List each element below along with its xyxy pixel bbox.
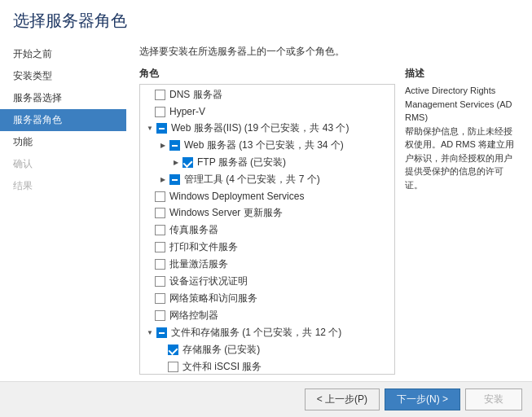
role-item-storage-svc[interactable]: 存储服务 (已安装) — [140, 341, 394, 358]
sidebar-item-install-type[interactable]: 安装类型 — [0, 65, 126, 87]
expand-icon-web-server[interactable]: ▶ — [158, 141, 168, 151]
checkbox-network-ctrl[interactable] — [155, 310, 165, 321]
role-label-dns: DNS 服务器 — [169, 88, 222, 102]
roles-list-container[interactable]: DNS 服务器Hyper-V▼Web 服务器(IIS) (19 个已安装，共 4… — [139, 84, 395, 375]
prev-button[interactable]: < 上一步(P) — [305, 388, 380, 410]
title-bar: 选择服务器角色 — [0, 0, 532, 37]
page-title: 选择服务器角色 — [13, 10, 519, 32]
role-item-fax[interactable]: 传真服务器 — [140, 222, 394, 239]
role-label-network-policy: 网络策略和访问服务 — [169, 292, 257, 305]
role-label-bulk-activate: 批量激活服务 — [169, 257, 228, 271]
sidebar-item-feature[interactable]: 功能 — [0, 131, 126, 153]
role-item-print-doc[interactable]: 打印和文件服务 — [140, 239, 394, 256]
role-item-iis[interactable]: ▼Web 服务器(IIS) (19 个已安装，共 43 个) — [140, 120, 394, 137]
roles-section: 角色 DNS 服务器Hyper-V▼Web 服务器(IIS) (19 个已安装，… — [139, 67, 395, 375]
role-label-print-doc: 打印和文件服务 — [169, 240, 238, 254]
expand-icon-ftp-server[interactable]: ▶ — [171, 158, 181, 168]
footer: < 上一步(P) 下一步(N) > 安装 — [0, 381, 532, 417]
role-label-file-storage: 文件和存储服务 (1 个已安装，共 12 个) — [171, 326, 341, 340]
checkbox-web-server[interactable] — [169, 140, 180, 151]
checkbox-mgmt-tools[interactable] — [169, 174, 180, 185]
checkbox-network-policy[interactable] — [155, 293, 165, 304]
checkbox-dns[interactable] — [155, 90, 165, 100]
role-item-mgmt-tools[interactable]: ▶管理工具 (4 个已安装，共 7 个) — [140, 171, 394, 188]
role-label-hyperv: Hyper-V — [169, 106, 205, 117]
expand-icon-iis[interactable]: ▼ — [145, 124, 155, 134]
role-item-file-iscsi[interactable]: 文件和 iSCSI 服务 — [140, 358, 394, 375]
window: 选择服务器角色 开始之前安装类型服务器选择服务器角色功能确认结果 选择要安装在所… — [0, 0, 532, 417]
role-item-device-health[interactable]: 设备运行状况证明 — [140, 273, 394, 290]
role-item-network-ctrl[interactable]: 网络控制器 — [140, 307, 394, 324]
sidebar-item-server-role[interactable]: 服务器角色 — [0, 109, 126, 131]
main-content: 开始之前安装类型服务器选择服务器角色功能确认结果 选择要安装在所选服务器上的一个… — [0, 37, 532, 375]
roles-header: 角色 — [139, 67, 395, 81]
description-header: 描述 — [405, 67, 519, 81]
role-item-dns[interactable]: DNS 服务器 — [140, 86, 394, 103]
sidebar-item-server-select[interactable]: 服务器选择 — [0, 87, 126, 109]
role-label-mgmt-tools: 管理工具 (4 个已安装，共 7 个) — [184, 173, 320, 187]
install-button[interactable]: 安装 — [465, 388, 522, 410]
role-label-iis: Web 服务器(IIS) (19 个已安装，共 43 个) — [171, 121, 349, 135]
role-item-file-storage[interactable]: ▼文件和存储服务 (1 个已安装，共 12 个) — [140, 324, 394, 341]
role-label-wds: Windows Deployment Services — [169, 191, 304, 202]
role-item-hyperv[interactable]: Hyper-V — [140, 103, 394, 120]
next-button[interactable]: 下一步(N) > — [385, 388, 460, 410]
role-label-wsus: Windows Server 更新服务 — [169, 206, 283, 220]
checkbox-ftp-server[interactable] — [182, 157, 193, 168]
checkbox-bulk-activate[interactable] — [155, 259, 165, 270]
role-item-network-policy[interactable]: 网络策略和访问服务 — [140, 290, 394, 307]
expand-icon-file-storage[interactable]: ▼ — [145, 328, 155, 338]
checkbox-fax[interactable] — [155, 225, 165, 235]
content-area: 选择要安装在所选服务器上的一个或多个角色。 角色 DNS 服务器Hyper-V▼… — [126, 37, 532, 375]
role-item-wds[interactable]: Windows Deployment Services — [140, 188, 394, 204]
description-section: 描述 Active Directory Rights Management Se… — [405, 67, 519, 375]
sidebar-item-before-start[interactable]: 开始之前 — [0, 43, 126, 65]
role-item-web-server[interactable]: ▶Web 服务器 (13 个已安装，共 34 个) — [140, 137, 394, 154]
role-label-storage-svc: 存储服务 (已安装) — [182, 343, 260, 357]
role-label-ftp-server: FTP 服务器 (已安装) — [197, 156, 286, 169]
checkbox-print-doc[interactable] — [155, 242, 165, 252]
sidebar-item-result: 结果 — [0, 175, 126, 197]
columns: 角色 DNS 服务器Hyper-V▼Web 服务器(IIS) (19 个已安装，… — [139, 67, 519, 375]
checkbox-iis[interactable] — [156, 123, 167, 134]
checkbox-wds[interactable] — [155, 191, 165, 202]
role-label-device-health: 设备运行状况证明 — [169, 274, 248, 288]
checkbox-storage-svc[interactable] — [168, 345, 178, 355]
checkbox-wsus[interactable] — [155, 208, 165, 218]
description-text: Active Directory Rights Management Servi… — [405, 84, 519, 191]
sidebar: 开始之前安装类型服务器选择服务器角色功能确认结果 — [0, 37, 126, 375]
role-label-fax: 传真服务器 — [169, 223, 218, 237]
checkbox-device-health[interactable] — [155, 276, 165, 287]
roles-list: DNS 服务器Hyper-V▼Web 服务器(IIS) (19 个已安装，共 4… — [140, 85, 394, 375]
checkbox-file-iscsi[interactable] — [168, 362, 178, 372]
role-item-ftp-server[interactable]: ▶FTP 服务器 (已安装) — [140, 154, 394, 171]
sidebar-item-confirm: 确认 — [0, 153, 126, 175]
role-label-file-iscsi: 文件和 iSCSI 服务 — [182, 360, 262, 374]
checkbox-file-storage[interactable] — [156, 327, 167, 338]
expand-icon-mgmt-tools[interactable]: ▶ — [158, 175, 168, 185]
role-item-bulk-activate[interactable]: 批量激活服务 — [140, 256, 394, 273]
role-label-network-ctrl: 网络控制器 — [169, 309, 218, 323]
role-label-web-server: Web 服务器 (13 个已安装，共 34 个) — [184, 138, 344, 152]
checkbox-hyperv[interactable] — [155, 107, 165, 117]
role-item-wsus[interactable]: Windows Server 更新服务 — [140, 204, 394, 222]
content-description: 选择要安装在所选服务器上的一个或多个角色。 — [139, 45, 519, 59]
